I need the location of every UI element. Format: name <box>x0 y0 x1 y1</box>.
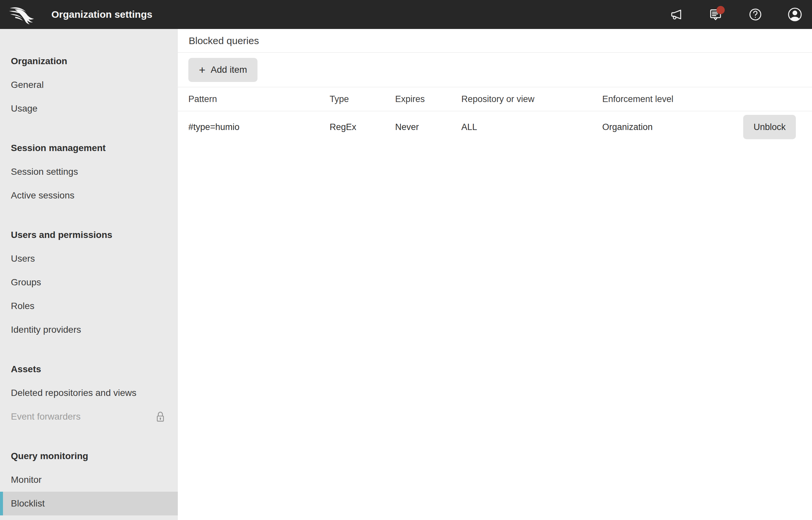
sidebar-header-query-monitoring: Query monitoring <box>0 444 178 468</box>
settings-sidebar: Organization General Usage Session manag… <box>0 29 178 520</box>
sidebar-header-session-management: Session management <box>0 136 178 160</box>
column-header-expires: Expires <box>395 94 461 104</box>
cell-enforcement: Organization Unblock <box>602 115 812 139</box>
plus-icon: + <box>199 64 205 75</box>
enforcement-value: Organization <box>602 122 653 132</box>
sidebar-item-label: Event forwarders <box>11 411 81 422</box>
chat-icon[interactable] <box>708 7 724 22</box>
sidebar-item-monitor[interactable]: Monitor <box>0 468 178 492</box>
page-body: Organization General Usage Session manag… <box>0 29 812 520</box>
lock-icon <box>155 411 165 422</box>
column-header-enforcement: Enforcement level <box>602 94 812 104</box>
sidebar-section-assets: Assets Deleted repositories and views Ev… <box>0 358 178 428</box>
sidebar-item-users[interactable]: Users <box>0 247 178 270</box>
sidebar-item-groups[interactable]: Groups <box>0 270 178 294</box>
add-item-label: Add item <box>211 64 247 75</box>
column-header-repository: Repository or view <box>461 94 602 104</box>
sidebar-item-roles[interactable]: Roles <box>0 294 178 318</box>
help-icon[interactable] <box>748 7 763 22</box>
sidebar-item-active-sessions[interactable]: Active sessions <box>0 184 178 207</box>
cell-expires: Never <box>395 122 461 132</box>
table-header-row: Pattern Type Expires Repository or view … <box>178 87 812 111</box>
sidebar-header-assets: Assets <box>0 358 178 381</box>
topbar-icons <box>669 7 803 22</box>
sidebar-section-query-monitoring: Query monitoring Monitor Blocklist <box>0 444 178 515</box>
sidebar-section-session-management: Session management Session settings Acti… <box>0 136 178 207</box>
section-title: Blocked queries <box>178 29 812 53</box>
sidebar-item-event-forwarders: Event forwarders <box>0 405 178 428</box>
toolbar: + Add item <box>178 53 812 87</box>
sidebar-item-usage[interactable]: Usage <box>0 97 178 121</box>
table-row: #type=humio RegEx Never ALL Organization… <box>178 111 812 143</box>
main-content: Blocked queries + Add item Pattern Type … <box>178 29 812 520</box>
page-title: Organization settings <box>51 9 152 20</box>
sidebar-header-users-permissions: Users and permissions <box>0 223 178 247</box>
crowdstrike-falcon-logo[interactable] <box>8 4 37 25</box>
sidebar-item-deleted-repositories[interactable]: Deleted repositories and views <box>0 381 178 405</box>
notification-badge <box>716 6 725 14</box>
cell-repository: ALL <box>461 122 602 132</box>
column-header-type: Type <box>330 94 395 104</box>
unblock-button[interactable]: Unblock <box>743 115 796 139</box>
cell-pattern: #type=humio <box>178 122 330 132</box>
sidebar-header-organization: Organization <box>0 49 178 73</box>
sidebar-item-identity-providers[interactable]: Identity providers <box>0 318 178 342</box>
sidebar-item-general[interactable]: General <box>0 73 178 97</box>
column-header-pattern: Pattern <box>178 94 330 104</box>
megaphone-icon[interactable] <box>669 7 684 22</box>
sidebar-item-blocklist[interactable]: Blocklist <box>0 492 178 515</box>
avatar-icon[interactable] <box>787 7 803 22</box>
topbar: Organization settings <box>0 0 812 29</box>
cell-type: RegEx <box>330 122 395 132</box>
add-item-button[interactable]: + Add item <box>188 58 257 82</box>
sidebar-section-users-permissions: Users and permissions Users Groups Roles… <box>0 223 178 342</box>
sidebar-section-organization: Organization General Usage <box>0 49 178 121</box>
sidebar-item-session-settings[interactable]: Session settings <box>0 160 178 184</box>
